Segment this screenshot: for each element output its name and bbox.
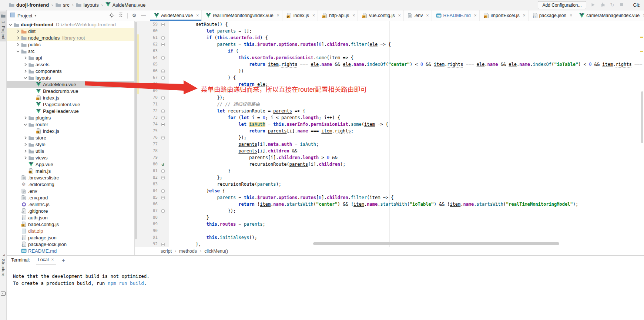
tree-item-plugins[interactable]: plugins (7, 114, 134, 121)
fold-icon[interactable] (158, 23, 168, 26)
code-line[interactable]: 64 this.userInfo.permissionList.some(ite… (135, 54, 644, 61)
fold-icon[interactable] (158, 116, 168, 119)
chevron-expanded-icon[interactable] (23, 76, 28, 80)
close-tab-icon[interactable]: × (277, 13, 279, 18)
fold-icon[interactable] (158, 136, 168, 139)
fold-icon[interactable] (158, 123, 168, 126)
code-line[interactable]: 89 this.routes = parents; (135, 221, 644, 228)
terminal-output[interactable]: Note that the development build is not o… (7, 265, 644, 287)
editor-horizontal-scrollbar[interactable] (313, 242, 559, 245)
code-line[interactable]: 81 } (135, 168, 644, 174)
chevron-expanded-icon[interactable] (23, 122, 28, 127)
fold-icon[interactable] (158, 209, 168, 213)
editor-tab[interactable]: MDREADME.md× (432, 10, 480, 21)
tree-item-package-lock.json[interactable]: {)package-lock.json (7, 241, 134, 247)
run-icon[interactable] (590, 3, 596, 8)
tree-item-.env[interactable]: .env (7, 188, 134, 194)
close-icon[interactable]: × (51, 257, 54, 262)
stripe-item-structure[interactable]: 7: Structure (0, 254, 6, 276)
tree-item-views[interactable]: views (7, 154, 134, 161)
code-line[interactable]: 85 parents = this.$router.options.routes… (135, 194, 644, 201)
fold-icon[interactable] (158, 96, 168, 100)
chevron-collapsed-icon[interactable] (23, 142, 28, 146)
code-line[interactable]: 61 if (this.userInfo.id) { (135, 34, 644, 41)
code-line[interactable]: 65 return item.rights === ele.name && el… (135, 61, 644, 68)
fold-icon[interactable] (158, 76, 168, 80)
code-line[interactable]: 74 let isAuth = this.userInfo.permission… (135, 121, 644, 128)
project-view-title[interactable]: Project (17, 13, 32, 18)
terminal-tab-local[interactable]: Local × (36, 256, 56, 265)
tree-item-assets[interactable]: assets (7, 61, 134, 68)
tree-item-.browserslistrc[interactable]: .browserslistrc (7, 174, 134, 181)
tree-item-components[interactable]: components (7, 68, 134, 74)
project-tree-scrollbar[interactable] (135, 22, 137, 239)
chevron-collapsed-icon[interactable] (16, 36, 20, 40)
warning-stripe-mark[interactable] (640, 37, 643, 38)
warning-stripe-mark[interactable] (640, 51, 643, 52)
chevron-collapsed-icon[interactable] (23, 156, 28, 160)
stripe-item-project[interactable]: 1: Project (0, 11, 6, 41)
code-line[interactable]: 78 parents[i].children && (135, 148, 644, 154)
tree-item-package.json[interactable]: {)package.json (7, 234, 134, 241)
stop-icon[interactable] (619, 3, 625, 7)
code-line[interactable]: 80↺ recursionRoute(parents[i].children); (135, 161, 644, 168)
tree-item-auth.json[interactable]: {)auth.json (7, 214, 134, 221)
tree-item-.gitignore[interactable]: .gitignore (7, 208, 134, 214)
tree-item-AsideMenu.vue[interactable]: AsideMenu.vue (7, 81, 134, 88)
chevron-collapsed-icon[interactable] (23, 136, 28, 140)
chevron-collapsed-icon[interactable] (16, 29, 20, 33)
code-line[interactable]: 83 recursionRoute(parents); (135, 181, 644, 188)
editor-breadcrumb-item[interactable]: script (161, 249, 172, 254)
chevron-collapsed-icon[interactable] (23, 56, 28, 60)
code-line[interactable]: 79 parents[i].children.length > 0 && (135, 154, 644, 161)
chevron-collapsed-icon[interactable] (23, 69, 28, 73)
code-line[interactable]: 91 this.initialKeys(); (135, 234, 644, 241)
editor-tab[interactable]: JSimportExcel.js× (480, 10, 529, 21)
code-line[interactable]: 76 }); (135, 134, 644, 141)
chevron-expanded-icon[interactable] (8, 23, 13, 27)
chevron-collapsed-icon[interactable] (23, 63, 28, 67)
code-line[interactable]: 77 parents[i].meta.auth = isAuth; (135, 141, 644, 148)
breadcrumb-item[interactable]: src (56, 2, 69, 8)
editor-tab[interactable]: cameraManage\index.vue× (575, 10, 644, 21)
code-line[interactable]: 62 parents = this.$router.options.routes… (135, 41, 644, 48)
chevron-expanded-icon[interactable] (16, 49, 20, 53)
tree-item-.editorconfig[interactable]: ⚙.editorconfig (7, 181, 134, 188)
editor[interactable]: 59 setRoute() {60 let parents = [];61 if… (134, 21, 644, 247)
fold-icon[interactable] (158, 196, 168, 199)
code-line[interactable]: 88 } (135, 214, 644, 221)
fold-icon[interactable] (158, 110, 168, 113)
tree-item-dist.zip[interactable]: dist.zip (7, 228, 134, 234)
code-line[interactable]: 73 for (let i = 0; i < parents.length; i… (135, 114, 644, 121)
fold-icon[interactable] (158, 43, 168, 46)
chevron-collapsed-icon[interactable] (23, 116, 28, 120)
hide-panel-icon[interactable]: — (140, 13, 147, 18)
fold-icon[interactable] (158, 176, 168, 179)
tree-item-index.js[interactable]: JSindex.js (7, 94, 134, 101)
fold-icon[interactable] (158, 70, 168, 73)
tree-item-src[interactable]: src (7, 48, 134, 54)
tree-item-.env.prod[interactable]: .env.prod (7, 194, 134, 201)
close-tab-icon[interactable]: × (426, 13, 429, 18)
tree-item-node_modules[interactable]: node_moduleslibrary root (7, 34, 134, 41)
fold-icon[interactable] (158, 169, 168, 173)
debug-icon[interactable] (600, 2, 606, 8)
editor-tab[interactable]: {)package.json× (529, 10, 576, 21)
breadcrumb-item[interactable]: layouts (76, 2, 98, 8)
stripe-bottom-icon[interactable] (0, 292, 6, 296)
code-line[interactable]: 66 }) (135, 68, 644, 74)
tree-item-PageHeader.vue[interactable]: PageHeader.vue (7, 108, 134, 114)
code-line[interactable]: 90 (135, 228, 644, 234)
breadcrumb-item[interactable]: duoji-frontend (9, 2, 49, 8)
new-terminal-button[interactable]: + (62, 257, 65, 263)
collapse-all-icon[interactable] (117, 13, 124, 18)
tree-item-App.vue[interactable]: App.vue (7, 161, 134, 168)
editor-tab[interactable]: AsideMenu.vue× (150, 10, 202, 21)
tree-item-PageContent.vue[interactable]: PageContent.vue (7, 101, 134, 108)
fold-icon[interactable] (158, 36, 168, 40)
tree-item-style[interactable]: style (7, 141, 134, 148)
close-tab-icon[interactable]: × (398, 13, 401, 18)
code-line[interactable]: 84 }else { (135, 188, 644, 194)
chevron-collapsed-icon[interactable] (16, 43, 20, 47)
close-tab-icon[interactable]: × (474, 13, 477, 18)
